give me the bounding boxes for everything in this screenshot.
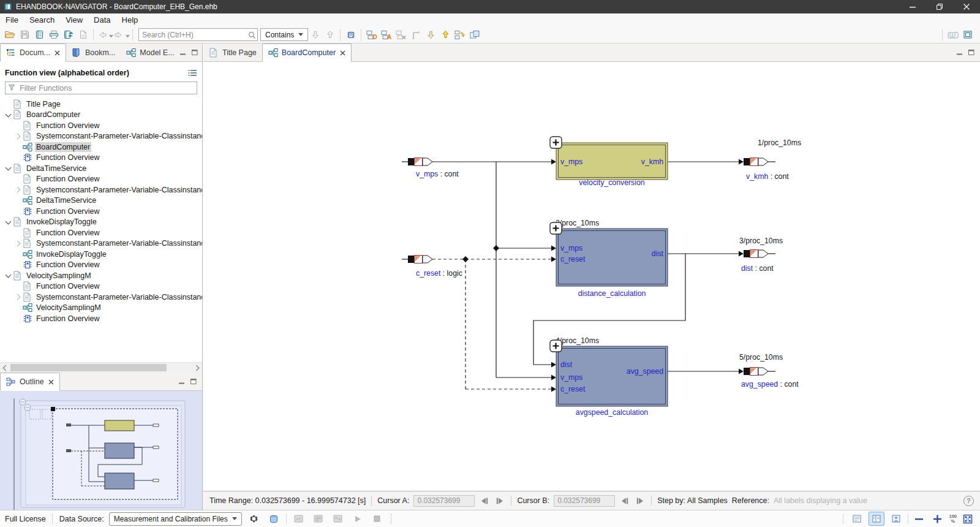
cursor-a-input[interactable] [413,495,475,507]
back-history-caret[interactable] [109,29,113,40]
chevron-right-icon[interactable] [13,292,23,301]
tree-item[interactable]: VelocitySamplingM [0,303,202,314]
menu-search[interactable]: Search [24,15,60,25]
minimize-view-icon[interactable] [179,379,185,384]
show-calibration-icon[interactable] [311,512,326,526]
zoom-out-button[interactable] [912,512,927,526]
connect-signal-button[interactable] [409,28,423,42]
input-port-v-mps[interactable]: v_mps : cont [402,158,459,179]
menu-file[interactable]: File [0,15,24,25]
view-menu-icon[interactable] [187,69,197,77]
cursor-a-step-back-button[interactable] [479,498,490,504]
zoom-in-button[interactable] [930,512,945,526]
data-source-settings-button[interactable] [247,512,262,526]
chevron-right-icon[interactable] [13,132,23,141]
chevron-down-icon[interactable] [4,218,13,227]
split-view-button[interactable] [869,512,884,526]
hide-labels-button[interactable] [394,28,409,42]
zoom-100-button[interactable]: 100% [949,514,957,524]
minimize-button[interactable] [899,0,926,13]
close-button[interactable] [953,0,980,13]
tree-item[interactable]: VelocitySamplingM [0,270,202,281]
search-next-button[interactable] [308,28,323,42]
tab-title-page[interactable]: Title Page [203,44,262,61]
tree-item[interactable]: Function Overview [0,260,202,271]
open-file-button[interactable] [2,28,17,42]
scrollbar-thumb[interactable] [10,364,167,371]
minimize-view-icon[interactable] [957,50,963,55]
minimize-view-icon[interactable] [180,50,186,55]
tab-model-explorer[interactable]: Model E... [121,44,179,61]
tree-item[interactable]: Systemconstant-Parameter-Variable-Classi… [0,184,202,195]
chevron-down-icon[interactable] [4,164,13,173]
tree-item[interactable]: DeltaTimeService [0,195,202,207]
open-handbook-button[interactable] [32,28,47,42]
tree-item[interactable]: Systemconstant-Parameter-Variable-Classi… [0,131,202,142]
maximize-view-icon[interactable] [968,50,974,55]
output-port-avg-speed[interactable]: 5/proc_10ms avg_speed : cont [739,353,799,389]
outline-minimap[interactable] [0,391,203,510]
forward-history-caret[interactable] [126,29,130,40]
input-port-c-reset[interactable]: c_reset : logic [402,256,462,278]
scroll-left-icon[interactable] [0,363,10,373]
diagram-canvas[interactable]: v_mps : cont c_reset : logic v_mps v_kmh [203,62,980,491]
step-into-button[interactable] [423,28,438,42]
navigate-back-button[interactable] [97,28,108,42]
close-icon[interactable] [48,379,54,385]
chevron-right-icon[interactable] [13,239,23,248]
close-icon[interactable] [340,50,345,56]
expand-block-button[interactable] [550,222,562,234]
filter-functions-input[interactable] [18,83,194,93]
goto-model-element-button[interactable] [344,28,358,42]
tree-item[interactable]: Function Overview [0,120,202,131]
tree-item[interactable]: InvokeDisplayToggle [0,217,202,228]
single-page-view-button[interactable] [849,512,865,526]
tree-item[interactable]: Systemconstant-Parameter-Variable-Classi… [0,238,202,249]
tab-outline[interactable]: Outline [0,373,60,391]
tab-bookmarks[interactable]: Bookm... [66,44,121,61]
save-button[interactable] [17,28,32,42]
expand-block-button[interactable] [550,137,562,148]
maximize-view-icon[interactable] [192,50,198,55]
keyboard-shortcuts-button[interactable] [946,28,960,42]
step-out-button[interactable] [438,28,453,42]
tree-item[interactable]: Title Page [0,99,202,110]
block-distance-calculation[interactable]: 2/proc_10ms v_mps c_reset dist distance_… [556,219,668,298]
tree-item[interactable]: Function Overview [0,174,202,185]
close-icon[interactable] [55,50,60,56]
tree-item[interactable]: Function Overview [0,153,202,164]
show-data-labels-button[interactable]: D [364,28,379,42]
block-velocity-conversion[interactable]: v_mps v_kmh velocity_conversion [556,143,668,187]
output-port-dist[interactable]: 3/proc_10ms dist : cont [739,237,783,273]
tree-item[interactable]: Function Overview [0,227,202,238]
tree-item[interactable]: BoardComputer [0,142,202,153]
export-pdf-button[interactable] [76,28,91,42]
menu-data[interactable]: Data [88,15,116,25]
menu-view[interactable]: View [60,15,88,25]
stop-measurement-icon[interactable] [370,512,385,526]
cursor-b-step-back-button[interactable] [619,498,630,504]
presentation-view-button[interactable] [888,512,904,526]
chevron-down-icon[interactable] [4,110,13,119]
tab-boardcomputer[interactable]: BoardComputer [262,44,352,62]
navigate-forward-button[interactable] [113,28,124,42]
tree-item[interactable]: BoardComputer [0,110,202,121]
database-icon[interactable] [266,512,281,526]
restore-button[interactable] [926,0,953,13]
block-avgspeed-calculation[interactable]: 4/proc_10ms dist v_mps c_reset avg_speed… [556,336,668,417]
search-input[interactable] [138,28,258,41]
cursor-a-step-forward-button[interactable] [494,498,505,504]
tree-item[interactable]: DeltaTimeService [0,163,202,174]
tree-item[interactable]: Function Overview [0,313,202,324]
maximize-view-icon[interactable] [190,379,197,384]
output-port-v-kmh[interactable]: 1/proc_10ms v_kmh : cont [744,138,801,181]
import-export-button[interactable] [61,28,76,42]
show-all-labels-button[interactable]: A [379,28,394,42]
tree-item[interactable]: Function Overview [0,206,202,217]
tree-item[interactable]: Systemconstant-Parameter-Variable-Classi… [0,292,202,303]
menu-help[interactable]: Help [116,15,144,25]
cursor-b-step-forward-button[interactable] [635,498,646,504]
scroll-right-icon[interactable] [192,363,202,373]
tree-item[interactable]: Function Overview [0,281,202,292]
chevron-right-icon[interactable] [13,185,23,194]
